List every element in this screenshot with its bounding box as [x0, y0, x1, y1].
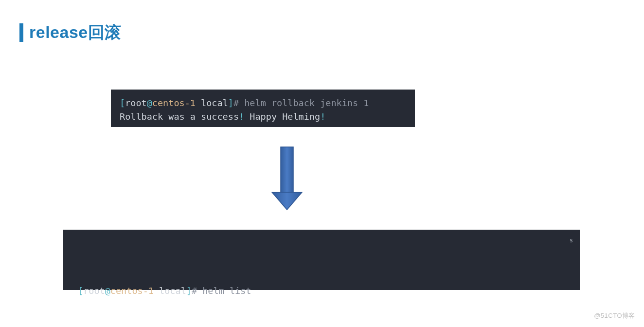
prompt-space	[154, 286, 159, 296]
prompt-user: root	[125, 98, 147, 108]
prompt-path: local	[201, 98, 228, 108]
terminal-line-command: [root@centos-1 local]# helm rollback jen…	[120, 96, 406, 110]
svg-rect-0	[281, 147, 293, 193]
bang-icon: !	[320, 111, 325, 122]
down-arrow-icon	[229, 145, 345, 214]
prompt-open: [	[120, 98, 125, 108]
prompt-hash: #	[233, 98, 244, 108]
terminal-line-output: Rollback was a success! Happy Helming!	[120, 110, 406, 124]
prompt-host: centos-1	[110, 286, 154, 296]
corner-char: s	[570, 233, 573, 248]
heading-bar-icon	[19, 23, 23, 42]
prompt-hash: #	[192, 286, 202, 296]
prompt-at: @	[147, 98, 152, 108]
watermark: @51CTO博客	[594, 311, 635, 320]
prompt-host: centos-1	[152, 98, 196, 108]
prompt-user: root	[83, 286, 105, 296]
prompt-close: ]	[228, 98, 233, 108]
output-mid: Happy Helming	[244, 111, 320, 122]
heading-text: release回滚	[29, 21, 122, 44]
output-pre: Rollback was a success	[120, 111, 239, 122]
terminal-helm-list: s [root@centos-1 local]# helm list NAME …	[63, 230, 580, 290]
svg-marker-1	[272, 192, 302, 210]
prompt-open: [	[78, 286, 83, 296]
terminal-line-command: [root@centos-1 local]# helm list	[78, 283, 572, 299]
bang-icon: !	[239, 111, 244, 122]
slide-heading: release回滚	[19, 21, 122, 44]
command-text: helm rollback jenkins 1	[244, 98, 369, 108]
prompt-space	[196, 98, 201, 108]
prompt-path: local	[159, 286, 186, 296]
prompt-close: ]	[186, 286, 192, 296]
command-text: helm list	[202, 286, 251, 296]
terminal-rollback: [root@centos-1 local]# helm rollback jen…	[111, 90, 415, 127]
prompt-at: @	[105, 286, 110, 296]
